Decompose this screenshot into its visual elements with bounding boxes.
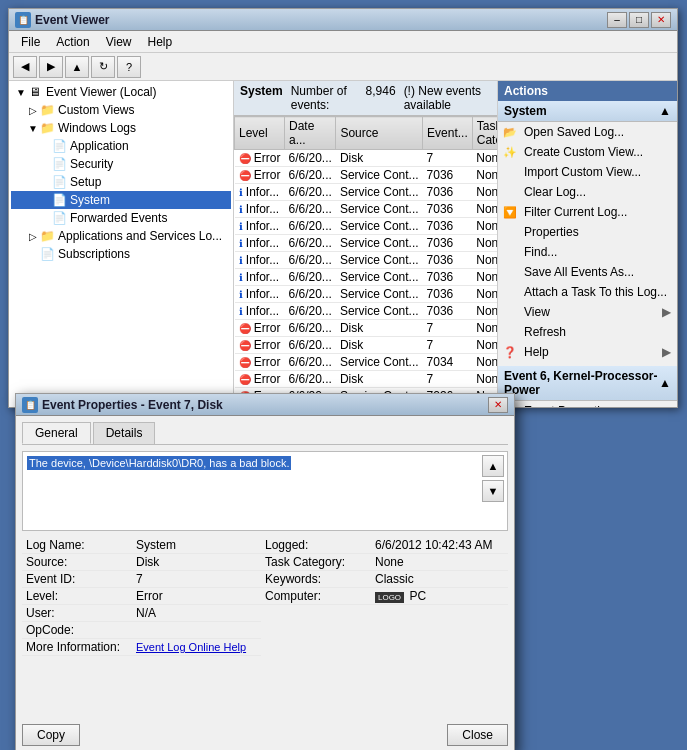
content-area: ▼ 🖥 Event Viewer (Local) ▷ 📁 Custom View… — [9, 81, 677, 407]
close-dialog-button[interactable]: Close — [447, 724, 508, 746]
action-clear-log[interactable]: Clear Log... — [498, 182, 677, 202]
table-row[interactable]: ℹ Infor... 6/6/20... Service Cont... 703… — [235, 303, 498, 320]
detail-row-user: User: N/A — [22, 605, 508, 622]
cell-source: Service Cont... — [336, 286, 423, 303]
col-source[interactable]: Source — [336, 117, 423, 150]
tree-item-event-viewer[interactable]: ▼ 🖥 Event Viewer (Local) — [11, 83, 231, 101]
opcode-value — [132, 622, 261, 639]
tree-item-app-services[interactable]: ▷ 📁 Applications and Services Lo... — [11, 227, 231, 245]
table-row[interactable]: ⛔ Error 6/6/20... Service Cont... 7036 N… — [235, 167, 498, 184]
table-row[interactable]: ⛔ Error 6/6/20... Disk 7 None — [235, 371, 498, 388]
tab-general[interactable]: General — [22, 422, 91, 444]
minimize-button[interactable]: – — [607, 12, 627, 28]
section-collapse-icon[interactable]: ▲ — [659, 104, 671, 118]
tree-label: System — [70, 193, 110, 207]
table-row[interactable]: ℹ Infor... 6/6/20... Service Cont... 703… — [235, 286, 498, 303]
col-event[interactable]: Event... — [423, 117, 473, 150]
tree-label: Application — [70, 139, 129, 153]
up-button[interactable]: ▲ — [65, 56, 89, 78]
tree-item-windows-logs[interactable]: ▼ 📁 Windows Logs — [11, 119, 231, 137]
back-button[interactable]: ◀ — [13, 56, 37, 78]
cell-level: ℹ Infor... — [235, 235, 285, 252]
tree-item-setup[interactable]: 📄 Setup — [11, 173, 231, 191]
action-refresh[interactable]: Refresh — [498, 322, 677, 342]
scroll-up-button[interactable]: ▲ — [482, 455, 504, 477]
user-label: User: — [22, 605, 132, 622]
menu-help[interactable]: Help — [140, 33, 181, 51]
cell-date: 6/6/20... — [285, 320, 336, 337]
log-source-name: System — [240, 84, 283, 112]
event-log-online-help-link[interactable]: Event Log Online Help — [136, 641, 246, 653]
table-row[interactable]: ℹ Infor... 6/6/20... Service Cont... 703… — [235, 252, 498, 269]
tree-item-security[interactable]: 📄 Security — [11, 155, 231, 173]
action-open-saved-log[interactable]: 📂 Open Saved Log... — [498, 122, 677, 142]
info-icon: ℹ — [239, 204, 243, 215]
cell-event: 7 — [423, 150, 473, 167]
action-label: Filter Current Log... — [524, 205, 627, 219]
section-collapse-icon[interactable]: ▲ — [659, 376, 671, 390]
col-task[interactable]: Task Catego... — [472, 117, 497, 150]
forward-button[interactable]: ▶ — [39, 56, 63, 78]
cell-task: None — [472, 252, 497, 269]
col-level[interactable]: Level — [235, 117, 285, 150]
action-find[interactable]: Find... — [498, 242, 677, 262]
cell-task: None — [472, 235, 497, 252]
tree-item-forwarded[interactable]: 📄 Forwarded Events — [11, 209, 231, 227]
table-row[interactable]: ℹ Infor... 6/6/20... Service Cont... 703… — [235, 218, 498, 235]
copy-button[interactable]: Copy — [22, 724, 80, 746]
action-event-properties[interactable]: Event Properties — [498, 401, 677, 407]
cell-date: 6/6/20... — [285, 269, 336, 286]
table-row[interactable]: ℹ Infor... 6/6/20... Service Cont... 703… — [235, 201, 498, 218]
help-icon: ❓ — [502, 344, 518, 360]
table-row[interactable]: ℹ Infor... 6/6/20... Service Cont... 703… — [235, 235, 498, 252]
cell-task: None — [472, 371, 497, 388]
computer-logo: LOGO — [375, 592, 404, 603]
action-import-custom-view[interactable]: Import Custom View... — [498, 162, 677, 182]
scroll-down-button[interactable]: ▼ — [482, 480, 504, 502]
table-row[interactable]: ⛔ Error 6/6/20... Service Cont... 7034 N… — [235, 354, 498, 371]
tree-item-application[interactable]: 📄 Application — [11, 137, 231, 155]
tree-item-system[interactable]: 📄 System — [11, 191, 231, 209]
create-view-icon: ✨ — [502, 144, 518, 160]
dialog-close-button[interactable]: ✕ — [488, 397, 508, 413]
table-row[interactable]: ⛔ Error 6/6/20... Disk 7 None — [235, 320, 498, 337]
tree-item-subscriptions[interactable]: 📄 Subscriptions — [11, 245, 231, 263]
close-button[interactable]: ✕ — [651, 12, 671, 28]
menu-view[interactable]: View — [98, 33, 140, 51]
action-save-events[interactable]: Save All Events As... — [498, 262, 677, 282]
action-view[interactable]: View ▶ — [498, 302, 677, 322]
system-section-title: System ▲ — [498, 101, 677, 122]
cell-event: 7 — [423, 320, 473, 337]
tree-item-custom-views[interactable]: ▷ 📁 Custom Views — [11, 101, 231, 119]
menu-action[interactable]: Action — [48, 33, 97, 51]
error-icon: ⛔ — [239, 357, 251, 368]
action-properties[interactable]: Properties — [498, 222, 677, 242]
refresh-button[interactable]: ↻ — [91, 56, 115, 78]
table-row[interactable]: ⛔ Error 6/6/20... Disk 7 None — [235, 337, 498, 354]
cell-event: 7 — [423, 337, 473, 354]
action-create-custom-view[interactable]: ✨ Create Custom View... — [498, 142, 677, 162]
expand-icon: ▼ — [15, 87, 27, 98]
table-row[interactable]: ℹ Infor... 6/6/20... Service Cont... 703… — [235, 269, 498, 286]
action-filter-log[interactable]: 🔽 Filter Current Log... — [498, 202, 677, 222]
action-help-system[interactable]: ❓ Help ▶ — [498, 342, 677, 362]
action-label: Import Custom View... — [524, 165, 641, 179]
info-icon: ℹ — [239, 272, 243, 283]
maximize-button[interactable]: □ — [629, 12, 649, 28]
log-icon: 📄 — [51, 156, 67, 172]
error-icon: ⛔ — [239, 374, 251, 385]
cell-event: 7036 — [423, 286, 473, 303]
action-attach-task[interactable]: Attach a Task To this Log... — [498, 282, 677, 302]
cell-event: 7036 — [423, 235, 473, 252]
table-row[interactable]: ℹ Infor... 6/6/20... Service Cont... 703… — [235, 184, 498, 201]
cell-date: 6/6/20... — [285, 371, 336, 388]
menu-file[interactable]: File — [13, 33, 48, 51]
tab-details[interactable]: Details — [93, 422, 156, 444]
tree-label: Subscriptions — [58, 247, 130, 261]
cell-event: 7036 — [423, 303, 473, 320]
col-date[interactable]: Date a... — [285, 117, 336, 150]
more-info-link[interactable]: Event Log Online Help — [132, 639, 261, 656]
help-toolbar-button[interactable]: ? — [117, 56, 141, 78]
table-row[interactable]: ⛔ Error 6/6/20... Disk 7 None — [235, 150, 498, 167]
logged-value: 6/6/2012 10:42:43 AM — [371, 537, 508, 554]
